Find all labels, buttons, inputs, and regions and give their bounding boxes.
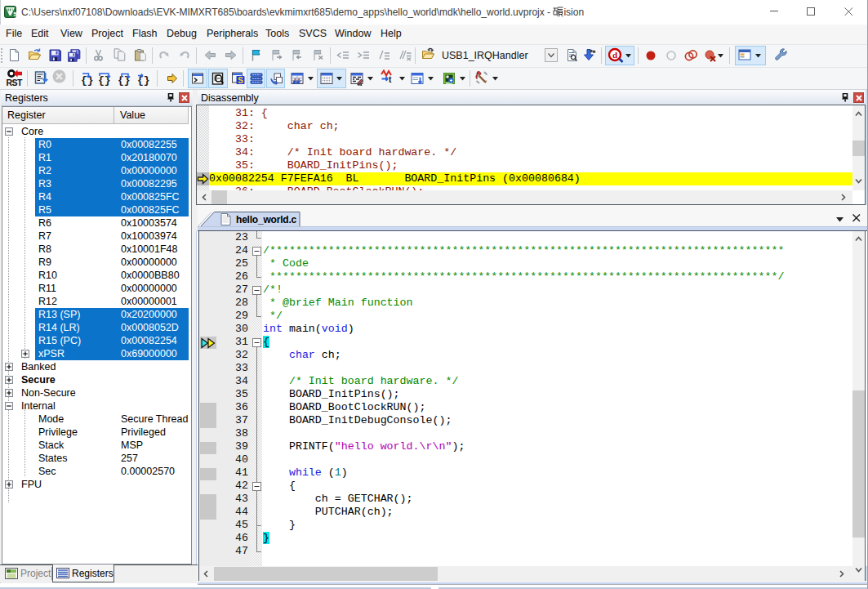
svg-text:5: 5 (14, 11, 17, 17)
svg-text:S: S (238, 76, 243, 85)
svg-text:t: t (389, 75, 392, 83)
svg-text:RST: RST (7, 78, 24, 87)
svg-text:d: d (612, 50, 617, 60)
